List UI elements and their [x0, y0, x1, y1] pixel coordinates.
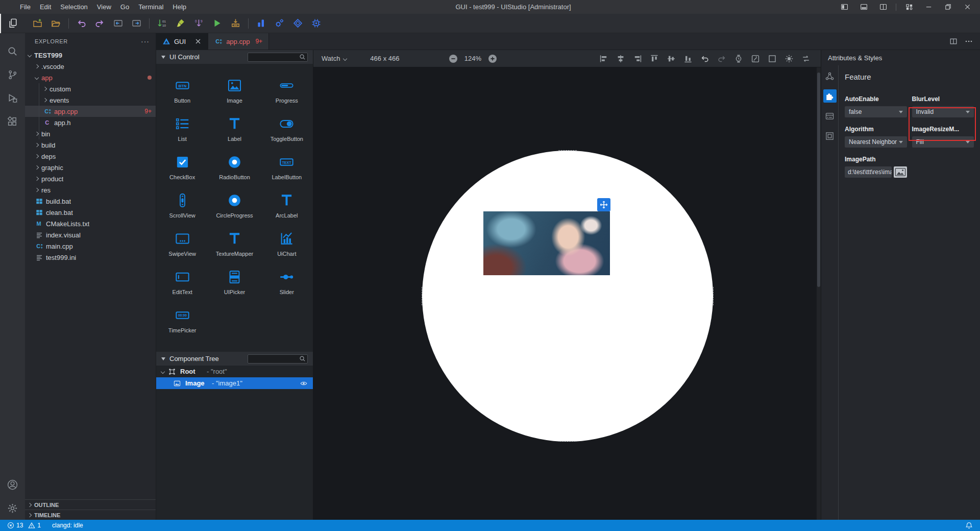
explorer-item-app[interactable]: app [25, 72, 156, 83]
palette-labelbutton[interactable]: TEXTLabelButton [261, 148, 313, 186]
deploy-icon[interactable] [231, 18, 240, 28]
rail-share-rail[interactable] [823, 69, 837, 83]
monitor-icon[interactable] [256, 18, 266, 28]
palette-togglebutton[interactable]: ToggleButton [261, 109, 313, 148]
section-outline[interactable]: OUTLINE [25, 499, 156, 510]
problems-errors[interactable]: 13 [7, 522, 23, 529]
search-input[interactable] [248, 53, 308, 62]
palette-slider[interactable]: Slider [261, 262, 313, 301]
root-control-circle[interactable] [422, 151, 713, 442]
canvas-scrollbar[interactable] [817, 67, 821, 520]
layout-panel-button[interactable] [855, 1, 872, 14]
palette-button[interactable]: BTNButton [156, 71, 208, 109]
align-bottom-icon[interactable] [683, 54, 693, 63]
redo-icon[interactable] [717, 54, 726, 63]
activity-item-debug[interactable] [0, 86, 25, 110]
ui-control-header[interactable]: UI Control [156, 50, 313, 64]
explorer-root-test999[interactable]: TEST999 [25, 50, 156, 61]
explorer-item-clean-bat[interactable]: clean.bat [25, 207, 156, 218]
sort-val-icon[interactable]: 90 [194, 18, 204, 28]
menu-go[interactable]: Go [116, 3, 134, 11]
blur-level-dropdown[interactable]: Invalid [912, 106, 974, 117]
browse-image-button[interactable] [894, 166, 907, 178]
image-resize-mode-dropdown[interactable]: Fill [912, 136, 974, 148]
palette-progress[interactable]: Progress [261, 71, 313, 109]
layout-columns-button[interactable] [874, 1, 892, 14]
search-input[interactable] [248, 354, 308, 364]
image-path-input[interactable]: d:\test\ttt\res\imag [845, 166, 892, 178]
menu-edit[interactable]: Edit [35, 3, 56, 11]
transform-icon[interactable] [801, 54, 811, 63]
explorer-item-res[interactable]: res [25, 184, 156, 196]
palette-uichart[interactable]: UiChart [261, 224, 313, 262]
theme-icon[interactable] [785, 54, 794, 63]
move-handle[interactable] [597, 198, 610, 211]
explorer-item-vscode[interactable]: .vscode [25, 61, 156, 72]
bind-icon[interactable] [751, 54, 760, 63]
menu-help[interactable]: Help [168, 3, 191, 11]
explorer-item-events[interactable]: events [25, 94, 156, 106]
open-folder-icon[interactable] [51, 18, 61, 28]
explorer-item-graphic[interactable]: graphic [25, 162, 156, 173]
palette-uipicker[interactable]: UIPicker [208, 262, 260, 301]
palette-label[interactable]: Label [208, 109, 260, 148]
palette-checkbox[interactable]: CheckBox [156, 148, 208, 186]
layout-sidebar-button[interactable] [836, 1, 853, 14]
rail-puzzle[interactable] [823, 89, 837, 103]
close-icon[interactable] [194, 38, 202, 45]
activity-item-explorer[interactable] [0, 14, 25, 33]
chip-icon[interactable] [311, 18, 321, 28]
undo-icon[interactable] [700, 54, 709, 63]
palette-scrollview[interactable]: ScrollView [156, 186, 208, 224]
zoom-in-button[interactable] [488, 54, 497, 63]
explorer-item-main-cpp[interactable]: Cmain.cpp [25, 240, 156, 252]
align-center-icon[interactable] [616, 54, 625, 63]
frame-icon[interactable] [768, 54, 777, 63]
palette-list[interactable]: List [156, 109, 208, 148]
device-mode-dropdown[interactable]: Watch [322, 55, 347, 62]
palette-texturemapper[interactable]: TextureMapper [208, 224, 260, 262]
image1-control[interactable] [483, 211, 610, 275]
activity-item-search[interactable] [0, 39, 25, 63]
menu-selection[interactable]: Selection [56, 3, 92, 11]
restore-button[interactable] [939, 1, 957, 14]
redo-icon[interactable] [95, 18, 105, 28]
tree-node-root[interactable]: Root - "root" [156, 366, 313, 377]
format-icon[interactable] [293, 18, 303, 28]
split-editor-icon[interactable] [949, 37, 958, 45]
activity-item-source-control[interactable] [0, 63, 25, 86]
palette-edittext[interactable]: EditText [156, 262, 208, 301]
align-right-icon[interactable] [633, 54, 642, 63]
more-actions-icon[interactable]: ··· [141, 37, 150, 45]
zoom-out-button[interactable] [449, 54, 458, 63]
new-folder-icon[interactable] [33, 18, 42, 28]
problems-warnings[interactable]: 1 [28, 522, 41, 529]
auto-enable-dropdown[interactable]: false [845, 106, 907, 117]
clangd-status[interactable]: clangd: idle [52, 522, 83, 529]
menu-file[interactable]: File [15, 3, 35, 11]
section-timeline[interactable]: TIMELINE [25, 510, 156, 520]
tab-gui[interactable]: GUI [156, 33, 208, 50]
notifications-bell-icon[interactable] [965, 522, 973, 529]
palette-radiobutton[interactable]: RadioButton [208, 148, 260, 186]
tab-app-cpp[interactable]: C app.cpp 9+ [208, 33, 269, 50]
explorer-item-bin[interactable]: bin [25, 128, 156, 139]
palette-timepicker[interactable]: 00:00TimePicker [156, 301, 208, 339]
palette-swipeview[interactable]: SwipeView [156, 224, 208, 262]
gears-icon[interactable] [275, 18, 284, 28]
menu-terminal[interactable]: Terminal [134, 3, 168, 11]
window-prev-icon[interactable] [113, 18, 123, 28]
palette-arclabel[interactable]: ArcLabel [261, 186, 313, 224]
watch-icon[interactable] [734, 54, 743, 63]
close-button[interactable] [959, 1, 976, 14]
more-actions-icon[interactable] [965, 37, 973, 45]
explorer-item-cmakelists-txt[interactable]: MCMakeLists.txt [25, 218, 156, 229]
explorer-item-test999-ini[interactable]: test999.ini [25, 252, 156, 263]
algorithm-dropdown[interactable]: Nearest Neighbor [845, 136, 907, 148]
window-next-icon[interactable] [132, 18, 141, 28]
explorer-item-product[interactable]: product [25, 173, 156, 184]
activity-item-account[interactable] [0, 473, 25, 496]
minimize-button[interactable] [920, 1, 937, 14]
align-top-icon[interactable] [650, 54, 659, 63]
menu-view[interactable]: View [92, 3, 116, 11]
